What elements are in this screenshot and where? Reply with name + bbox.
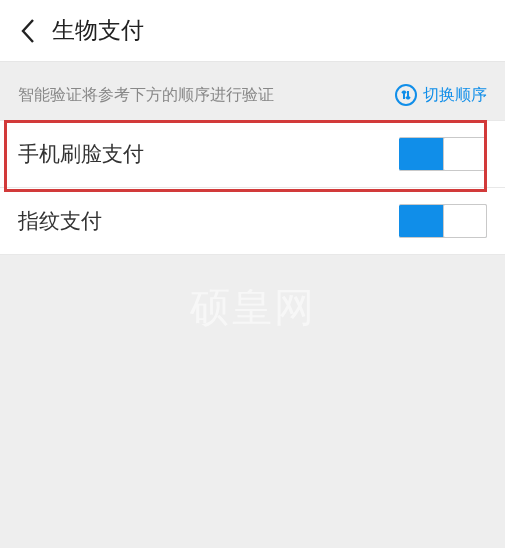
watermark: 硕皇网: [0, 280, 505, 341]
setting-label: 手机刷脸支付: [18, 140, 144, 168]
watermark-line1: 硕皇网: [0, 280, 505, 335]
hint-row: 智能验证将参考下方的顺序进行验证 切换顺序: [0, 62, 505, 120]
switch-order-label: 切换顺序: [423, 85, 487, 106]
back-icon[interactable]: [14, 18, 42, 44]
toggle-knob: [443, 204, 487, 238]
switch-order-button[interactable]: 切换顺序: [395, 84, 487, 106]
page-title: 生物支付: [52, 15, 144, 46]
swap-icon: [395, 84, 417, 106]
toggle-fingerprint-pay[interactable]: [399, 204, 487, 238]
page-header: 生物支付: [0, 0, 505, 62]
setting-row-face-pay: 手机刷脸支付: [0, 120, 505, 188]
toggle-face-pay[interactable]: [399, 137, 487, 171]
hint-text: 智能验证将参考下方的顺序进行验证: [18, 85, 274, 106]
toggle-knob: [443, 137, 487, 171]
setting-label: 指纹支付: [18, 207, 102, 235]
setting-row-fingerprint-pay: 指纹支付: [0, 187, 505, 255]
